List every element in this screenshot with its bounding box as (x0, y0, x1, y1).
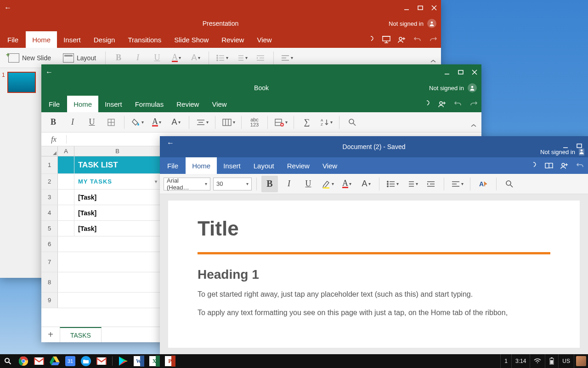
row-header[interactable]: 4 (41, 205, 58, 220)
calendar-icon[interactable]: 31 (62, 354, 78, 368)
user-avatar[interactable] (574, 354, 588, 368)
document-area[interactable]: Title Heading 1 To get started right awa… (160, 194, 588, 354)
indent-button[interactable] (423, 176, 439, 192)
tab-home[interactable]: Home (186, 157, 217, 174)
find-button[interactable] (501, 176, 518, 192)
sort-button[interactable]: AZ▾ (318, 114, 334, 131)
clock[interactable]: 3:14 (511, 354, 530, 368)
drive-icon[interactable] (47, 354, 62, 368)
chrome-icon[interactable] (16, 354, 31, 368)
font-size-button[interactable]: A▾ (358, 176, 374, 192)
highlight-button[interactable]: ▾ (319, 176, 336, 192)
italic-button[interactable]: I (64, 114, 81, 131)
row-header[interactable]: 9 (41, 293, 58, 308)
slide-thumbnail-panel[interactable]: 1 (0, 68, 42, 278)
tellme-icon[interactable] (419, 96, 435, 112)
styles-button[interactable]: A (475, 176, 492, 192)
battery-icon[interactable] (545, 354, 558, 368)
fill-color-button[interactable]: ▾ (129, 114, 146, 131)
redo-icon[interactable] (466, 96, 481, 112)
sheet-tab[interactable]: TASKS (60, 327, 102, 342)
font-name-combo[interactable]: Arial (Head…▾ (164, 178, 210, 190)
close-button[interactable] (468, 64, 481, 80)
search-icon[interactable] (0, 354, 16, 368)
tellme-icon[interactable] (526, 157, 541, 174)
row-header[interactable]: 6 (41, 236, 58, 252)
borders-button[interactable] (103, 114, 119, 131)
tab-file[interactable]: File (41, 96, 67, 112)
tab-design[interactable]: Design (87, 31, 122, 48)
workspace-indicator[interactable]: 1 (500, 354, 511, 368)
bullets-button[interactable]: ▾ (384, 176, 401, 192)
word-taskbar-icon[interactable]: W (131, 354, 147, 368)
signin-area[interactable]: Not signed in (429, 83, 477, 92)
merge-button[interactable]: ▾ (220, 114, 237, 131)
doc-title[interactable]: Title (198, 217, 550, 240)
align-button[interactable]: ▾ (449, 176, 465, 192)
ppt-titlebar[interactable]: ← (0, 0, 441, 16)
underline-button[interactable]: U (300, 176, 317, 192)
tab-insert[interactable]: Insert (217, 157, 247, 174)
select-all-corner[interactable] (41, 146, 58, 156)
find-button[interactable] (344, 114, 361, 131)
powerpoint-taskbar-icon[interactable]: P (162, 354, 178, 368)
insert-delete-button[interactable]: ▾ (272, 114, 289, 131)
cell-mytasks[interactable]: MY TASKS▾ (74, 174, 161, 189)
close-button[interactable] (427, 0, 441, 16)
share-icon[interactable] (435, 96, 450, 112)
wifi-icon[interactable] (530, 354, 545, 368)
xls-titlebar[interactable]: ← (41, 64, 481, 80)
cell-task[interactable]: [Task] (74, 221, 161, 236)
row-header[interactable]: 3 (41, 190, 58, 205)
undo-icon[interactable] (572, 157, 588, 174)
tab-insert[interactable]: Insert (98, 96, 129, 112)
doc-heading-1[interactable]: Heading 1 (198, 267, 550, 282)
minimize-button[interactable] (400, 0, 413, 16)
underline-button[interactable]: U (84, 114, 100, 131)
numbering-button[interactable]: ▾ (233, 50, 249, 66)
bold-button[interactable]: B (45, 114, 62, 131)
font-color-button[interactable]: A▾ (339, 176, 355, 192)
add-sheet-button[interactable]: + (41, 329, 60, 340)
number-format-button[interactable]: abc123 (246, 114, 263, 131)
font-size-button[interactable]: A▾ (168, 114, 184, 131)
tab-review[interactable]: Review (281, 157, 316, 174)
new-slide-button[interactable]: + New Slide (4, 50, 56, 66)
files-icon[interactable] (78, 354, 94, 368)
layout-button[interactable]: Layout (58, 50, 101, 66)
font-size-combo[interactable]: 30▾ (213, 178, 252, 190)
tellme-icon[interactable] (363, 31, 379, 48)
undo-icon[interactable] (450, 96, 466, 112)
row-header[interactable]: 8 (41, 272, 58, 292)
slide-thumbnail[interactable]: 1 (3, 72, 39, 93)
autosum-button[interactable]: ∑ (299, 114, 315, 131)
maximize-button[interactable] (454, 64, 468, 80)
word-titlebar[interactable]: ← Document (2) - Saved Not signed in (160, 136, 588, 157)
tab-file[interactable]: File (160, 157, 186, 174)
numbering-button[interactable]: ▾ (403, 176, 420, 192)
row-header[interactable]: 7 (41, 252, 58, 272)
read-icon[interactable] (541, 157, 557, 174)
align-button[interactable]: ▾ (194, 114, 210, 131)
tab-home[interactable]: Home (26, 31, 57, 48)
tab-layout[interactable]: Layout (247, 157, 281, 174)
minimize-button[interactable] (440, 64, 454, 80)
font-color-button[interactable]: A▾ (148, 114, 165, 131)
share-icon[interactable] (394, 31, 410, 48)
tab-view[interactable]: View (205, 96, 233, 112)
doc-paragraph[interactable]: To get started right away, just tap any … (198, 288, 550, 300)
playstore-icon[interactable] (115, 354, 131, 368)
tab-formulas[interactable]: Formulas (129, 96, 170, 112)
bold-button[interactable]: B (110, 50, 127, 66)
cell-tasklist[interactable]: TASK LIST (74, 156, 161, 173)
back-icon[interactable]: ← (163, 139, 178, 147)
tab-transitions[interactable]: Transitions (121, 31, 168, 48)
tab-review[interactable]: Review (170, 96, 205, 112)
tab-insert[interactable]: Insert (57, 31, 87, 48)
italic-button[interactable]: I (281, 176, 297, 192)
tab-view[interactable]: View (316, 157, 344, 174)
redo-icon[interactable] (425, 31, 441, 48)
bullets-button[interactable]: ▾ (214, 50, 230, 66)
back-icon[interactable]: ← (0, 4, 16, 12)
tab-file[interactable]: File (0, 31, 26, 48)
